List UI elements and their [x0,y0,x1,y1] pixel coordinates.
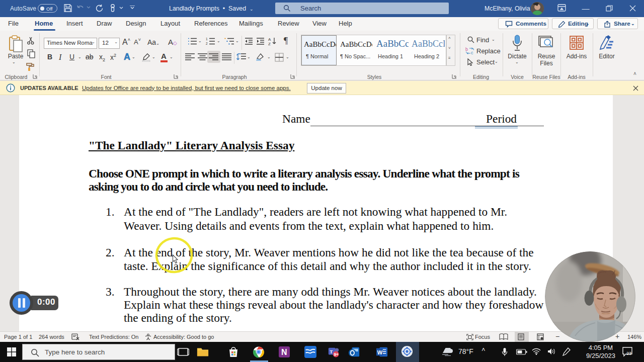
svg-text:W: W [377,349,383,355]
svg-text:T: T [330,349,333,354]
svg-text:23: 23 [626,351,631,356]
svg-text:N: N [281,348,287,356]
svg-text:9+: 9+ [334,352,339,357]
